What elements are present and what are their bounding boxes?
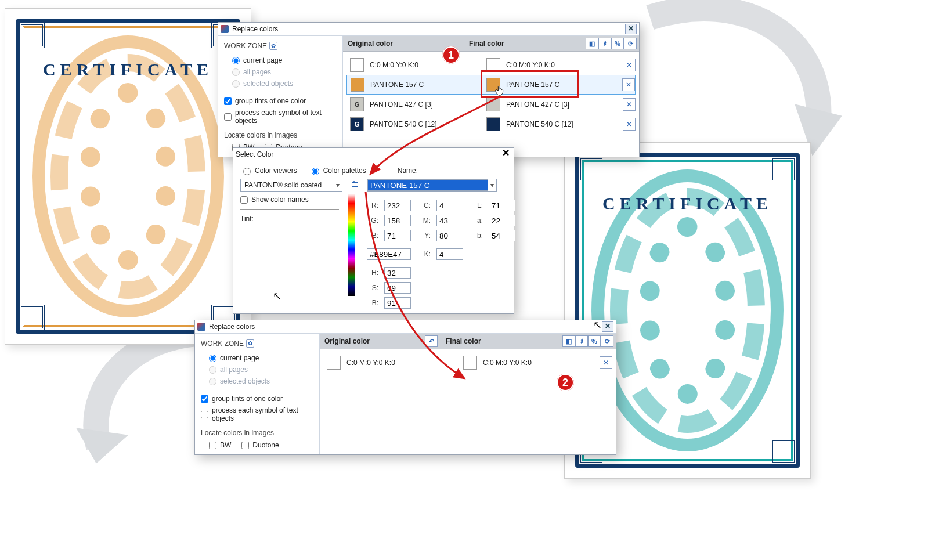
chk-group-tints[interactable]: group tints of one color [201, 393, 313, 404]
color-label: PANTONE 427 C [3] [506, 100, 569, 109]
hdr-final: Final color [446, 337, 481, 345]
color-label: C:0 M:0 Y:0 K:0 [346, 359, 395, 367]
window-title: Replace colors [232, 25, 625, 33]
chk-show-color-names[interactable]: Show color names [240, 194, 342, 205]
color-label: C:0 M:0 Y:0 K:0 [483, 359, 532, 367]
swatch[interactable]: G [350, 117, 364, 131]
swatch[interactable]: G [350, 97, 364, 111]
tool-refresh-icon[interactable]: ⟳ [601, 335, 613, 347]
radio-color-viewers[interactable]: Color viewers [240, 166, 297, 175]
val-a[interactable] [489, 215, 515, 226]
radio-selected-objects[interactable]: selected objects [224, 78, 337, 89]
close-button[interactable]: ✕ [602, 321, 613, 332]
val-G[interactable] [384, 215, 411, 226]
workzone-panel: WORK ZONE ✿ current page all pages selec… [195, 334, 320, 454]
color-label: C:0 M:0 Y:0 K:0 [506, 61, 555, 69]
color-label: C:0 M:0 Y:0 K:0 [370, 61, 418, 69]
val-R[interactable] [384, 200, 411, 211]
tool-spectrum-icon[interactable]: ◧ [562, 335, 575, 347]
close-button[interactable]: ✕ [625, 24, 637, 34]
val-M[interactable] [436, 215, 463, 226]
radio-selected-objects[interactable]: selected objects [201, 375, 313, 387]
certificate-before: CERTIFICATE [5, 8, 251, 345]
palette-grid[interactable] [240, 209, 339, 210]
chk-each-symbol[interactable]: process each symbol of text objects [224, 107, 337, 127]
chk-each-symbol[interactable]: process each symbol of text objects [201, 404, 313, 424]
remove-row-button[interactable]: ✕ [622, 78, 635, 91]
swatch[interactable] [486, 117, 500, 131]
app-icon [221, 25, 229, 33]
radio-all-pages[interactable]: all pages [224, 66, 337, 78]
color-label: PANTONE 540 C [12] [370, 120, 437, 128]
callout-2: 2 [557, 374, 574, 391]
val-Y[interactable] [436, 230, 463, 241]
remove-row-button[interactable]: ✕ [600, 356, 612, 369]
swatch[interactable] [463, 356, 477, 370]
val-H[interactable] [384, 267, 411, 279]
color-row[interactable]: GPANTONE 540 C [12]PANTONE 540 C [12]✕ [346, 114, 636, 134]
tool-percent-icon[interactable]: % [611, 38, 624, 49]
name-input[interactable] [367, 179, 488, 191]
certificate-title: CERTIFICATE [575, 194, 800, 214]
tool-percent-icon[interactable]: % [588, 335, 601, 347]
undo-icon[interactable]: ↶ [425, 335, 438, 347]
highlight-box-1 [481, 70, 579, 98]
workzone-label: WORK ZONE [224, 42, 267, 50]
tint-label: Tint: [240, 215, 342, 223]
tool-sliders-icon[interactable]: ♯ [598, 38, 611, 49]
val-S[interactable] [384, 282, 411, 294]
workzone-settings-icon[interactable]: ✿ [269, 42, 277, 50]
workzone-panel: WORK ZONE ✿ current page all pages selec… [218, 36, 343, 157]
hdr-final: Final color [469, 39, 504, 48]
window-title: Replace colors [209, 323, 602, 331]
swatch[interactable] [351, 78, 364, 92]
radio-current-page[interactable]: current page [224, 55, 337, 66]
open-palette-icon[interactable]: 🗀 [348, 179, 361, 190]
select-color-window: Select Color ✕ Color viewers Color palet… [233, 147, 514, 314]
val-C[interactable] [436, 200, 463, 211]
name-label: Name: [398, 167, 418, 175]
val-b[interactable] [489, 230, 515, 241]
val-L[interactable] [489, 200, 515, 211]
radio-current-page[interactable]: current page [201, 352, 313, 364]
swatch[interactable] [350, 58, 364, 72]
val-hex[interactable] [367, 248, 411, 260]
chk-duotone[interactable]: Duotone [241, 439, 279, 451]
palette-combo[interactable]: PANTONE® solid coated▾ [240, 179, 342, 192]
val-Bv[interactable] [384, 297, 411, 309]
certificate-title: CERTIFICATE [16, 60, 240, 80]
locate-label: Locate colors in images [224, 131, 337, 139]
hdr-original: Original color [348, 39, 393, 48]
workzone-settings-icon[interactable]: ✿ [246, 339, 254, 348]
color-label: PANTONE 427 C [3] [370, 100, 433, 109]
workzone-label: WORK ZONE [201, 339, 244, 348]
color-label: PANTONE 157 C [370, 81, 424, 89]
close-button[interactable]: ✕ [500, 149, 511, 160]
replace-colors-window-2: Replace colors ✕ WORK ZONE ✿ current pag… [194, 320, 616, 455]
color-label: PANTONE 540 C [12] [506, 120, 573, 128]
radio-all-pages[interactable]: all pages [201, 364, 313, 375]
spectrum-bar[interactable] [348, 194, 355, 296]
swatch[interactable] [486, 97, 500, 111]
tool-sliders-icon[interactable]: ♯ [575, 335, 588, 347]
val-B[interactable] [384, 230, 411, 241]
chk-bw[interactable]: BW [209, 439, 231, 451]
tool-spectrum-icon[interactable]: ◧ [586, 38, 598, 49]
remove-row-button[interactable]: ✕ [623, 118, 636, 131]
locate-label: Locate colors in images [201, 429, 313, 437]
remove-row-button[interactable]: ✕ [623, 98, 636, 111]
app-icon [197, 323, 205, 331]
callout-1: 1 [442, 46, 460, 64]
radio-color-palettes[interactable]: Color palettes [309, 166, 366, 175]
tool-refresh-icon[interactable]: ⟳ [624, 38, 637, 49]
name-combo[interactable]: ▾ [367, 179, 497, 192]
swatch[interactable] [327, 356, 341, 370]
remove-row-button[interactable]: ✕ [623, 59, 636, 71]
window-title: Select Color [236, 150, 500, 158]
hdr-original: Original color [324, 337, 370, 345]
color-row[interactable]: C:0 M:0 Y:0 K:0C:0 M:0 Y:0 K:0✕ [323, 353, 612, 373]
chk-group-tints[interactable]: group tints of one color [224, 95, 337, 107]
val-K[interactable] [436, 248, 463, 260]
